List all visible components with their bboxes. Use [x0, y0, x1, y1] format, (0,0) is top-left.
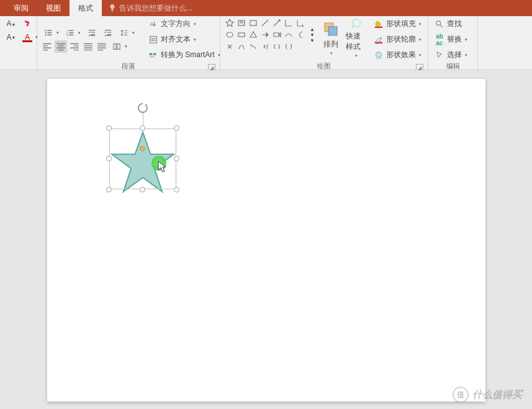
group-drawing: ▲ ▼ ▼ 排列▾ 快速样式▾ 形状填充▾ 形状轮廓▾ 形状效果▾ 绘图◢ — [220, 16, 428, 70]
line-spacing[interactable]: ▾ — [117, 27, 137, 39]
resize-handle-ml[interactable] — [106, 156, 112, 161]
resize-handle-mr[interactable] — [174, 156, 179, 161]
resize-handle-bc[interactable] — [140, 187, 145, 192]
svg-rect-9 — [69, 32, 73, 33]
svg-rect-22 — [375, 26, 382, 28]
svg-rect-13 — [150, 36, 157, 43]
tab-view[interactable]: 视图 — [37, 0, 70, 16]
tab-review[interactable]: 审阅 — [5, 0, 37, 16]
svg-rect-23 — [375, 42, 382, 43]
shape-effects[interactable]: 形状效果▾ — [371, 48, 424, 61]
bulb-icon — [108, 4, 117, 12]
svg-rect-14 — [150, 53, 152, 55]
find-button[interactable]: 查找 — [432, 17, 474, 30]
resize-handle-bl[interactable] — [106, 187, 112, 192]
align-justify[interactable] — [82, 40, 94, 53]
align-distribute[interactable] — [96, 40, 108, 53]
indent-inc[interactable] — [101, 27, 115, 39]
ribbon: A▲ A▼ A▾ ▾ 123▾ ▾ — [0, 16, 532, 70]
numbering[interactable]: 123▾ — [63, 27, 83, 39]
align-center[interactable] — [55, 40, 67, 53]
select-button[interactable]: 选择▾ — [432, 48, 474, 61]
indent-dec[interactable] — [84, 27, 99, 39]
bullets[interactable]: ▾ — [41, 27, 61, 39]
resize-handle-tl[interactable] — [106, 125, 112, 131]
svg-point-0 — [45, 30, 47, 31]
font-size-inc[interactable]: A▲ — [4, 17, 19, 30]
align-right[interactable] — [68, 40, 81, 53]
arrange-icon — [322, 20, 340, 38]
svg-rect-19 — [238, 33, 245, 37]
shapes-scroll-down[interactable]: ▼ — [309, 32, 316, 38]
svg-point-18 — [227, 32, 233, 37]
svg-text:A: A — [150, 20, 154, 27]
svg-rect-11 — [69, 34, 73, 35]
resize-handle-tr[interactable] — [174, 125, 179, 131]
font-size-dec[interactable]: A▼ — [4, 31, 19, 43]
tab-format[interactable]: 格式 — [70, 0, 102, 16]
convert-smartart[interactable]: 转换为 SmartArt▾ — [146, 48, 223, 61]
svg-point-2 — [45, 32, 47, 33]
svg-text:3: 3 — [66, 34, 68, 37]
shapes-scroll-up[interactable]: ▲ — [309, 27, 316, 32]
watermark-icon: 值 — [453, 387, 469, 403]
svg-rect-21 — [328, 27, 337, 35]
watermark-text: 什么值得买 — [472, 389, 522, 402]
watermark: 值 什么值得买 — [453, 387, 522, 403]
svg-rect-7 — [69, 30, 73, 30]
clear-format[interactable] — [20, 17, 35, 30]
group-font-fragment: A▲ A▼ A▾ — [0, 16, 37, 70]
cursor-icon — [158, 161, 168, 173]
selected-shape-star[interactable] — [109, 128, 176, 189]
resize-handle-tc[interactable] — [140, 125, 145, 131]
align-left[interactable] — [41, 40, 53, 53]
svg-rect-5 — [47, 34, 52, 35]
group-paragraph: ▾ 123▾ ▾ ▾ A文字方向▾ 对齐文本▾ 转换为 — [37, 16, 220, 70]
shapes-more[interactable]: ▼ — [309, 38, 316, 43]
replace-button[interactable]: abac替换▾ — [432, 33, 474, 46]
slide-canvas-area — [0, 70, 532, 409]
arrange-button[interactable]: 排列▾ — [321, 17, 341, 58]
quick-styles-icon — [348, 17, 365, 30]
svg-rect-3 — [47, 32, 52, 33]
svg-rect-15 — [153, 53, 156, 55]
svg-rect-17 — [250, 20, 256, 25]
svg-point-24 — [376, 52, 382, 57]
tell-me-search[interactable]: 告诉我您想要做什么... — [108, 3, 192, 14]
shape-outline[interactable]: 形状轮廓▾ — [371, 33, 424, 46]
text-direction[interactable]: A文字方向▾ — [146, 17, 223, 30]
quick-styles-button[interactable]: 快速样式▾ — [346, 17, 366, 58]
adjustment-handle[interactable] — [140, 146, 145, 151]
columns[interactable]: ▾ — [109, 40, 130, 53]
tab-bar: 审阅 视图 格式 告诉我您想要做什么... — [0, 0, 532, 16]
shape-fill[interactable]: 形状填充▾ — [371, 17, 424, 30]
svg-point-25 — [376, 57, 382, 59]
align-text[interactable]: 对齐文本▾ — [146, 33, 223, 46]
group-editing: 查找 abac替换▾ 选择▾ 编辑 — [428, 16, 478, 70]
resize-handle-br[interactable] — [174, 187, 179, 192]
shapes-gallery[interactable] — [224, 17, 306, 52]
svg-rect-1 — [47, 30, 52, 30]
svg-point-26 — [436, 20, 441, 25]
svg-point-4 — [45, 34, 47, 35]
slide[interactable] — [47, 79, 485, 402]
rotation-handle[interactable] — [137, 102, 148, 114]
selection-box — [109, 128, 176, 189]
